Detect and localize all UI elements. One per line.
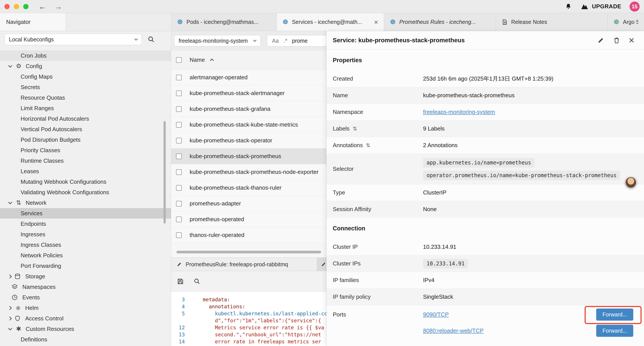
upgrade-logo-icon: [580, 3, 589, 10]
namespace-link[interactable]: freeleaps-monitoring-system: [423, 109, 495, 115]
row-checkbox[interactable]: [176, 90, 182, 96]
dock-tab-prometheusrule[interactable]: PrometheusRule: freeleaps-prod-rabbitmq: [171, 258, 317, 271]
forward-button[interactable]: Forward...: [596, 309, 633, 321]
row-checkbox[interactable]: [176, 122, 182, 128]
tab-services[interactable]: ☸ Services - icecheng@math... ×: [277, 13, 384, 31]
forward-arrow-icon[interactable]: →: [54, 3, 62, 10]
labels-count: 9 Labels: [423, 125, 444, 132]
table-row[interactable]: prometheus-operated: [171, 212, 326, 227]
row-checkbox[interactable]: [176, 169, 182, 175]
table-row[interactable]: alertmanager-operated: [171, 70, 326, 85]
sidebar-item-pod-disruption-budgets[interactable]: Pod Disruption Budgets: [0, 134, 171, 145]
row-checkbox[interactable]: [176, 185, 182, 191]
row-checkbox[interactable]: [176, 75, 182, 80]
sidebar-item-definitions[interactable]: Definitions: [0, 334, 171, 345]
name-column-header[interactable]: Name: [190, 56, 205, 63]
table-row[interactable]: prometheus-adapter: [171, 196, 326, 212]
row-checkbox[interactable]: [176, 153, 182, 159]
sidebar-item-helm[interactable]: ⎈ Helm: [0, 303, 171, 313]
sidebar-item-secrets[interactable]: Secrets: [0, 82, 171, 92]
table-row[interactable]: kube-prometheus-stack-alertmanager: [171, 85, 326, 101]
sidebar-item-runtime-classes[interactable]: Runtime Classes: [0, 155, 171, 166]
search-icon[interactable]: [148, 36, 155, 43]
tab-argo[interactable]: ☸ Argo Se: [608, 13, 644, 31]
sidebar-item-storage[interactable]: Storage: [0, 271, 171, 282]
sidebar-item-cron-jobs[interactable]: Cron Jobs: [0, 50, 171, 61]
select-all-checkbox[interactable]: [176, 57, 182, 63]
sidebar-item-ingress-classes[interactable]: Ingress Classes: [0, 240, 171, 250]
namespace-select[interactable]: freeleaps-monitoring-system: [174, 35, 260, 46]
window-close-button[interactable]: [4, 4, 10, 9]
chevron-right-icon[interactable]: [8, 306, 12, 310]
port-link-9090[interactable]: 9090/TCP: [423, 311, 449, 318]
trash-icon[interactable]: [613, 36, 620, 44]
sidebar-item-endpoints[interactable]: Endpoints: [0, 219, 171, 229]
sidebar-item-mutating-webhook-configurations[interactable]: Mutating Webhook Configurations: [0, 177, 171, 187]
sidebar-item-services[interactable]: Services: [0, 208, 171, 219]
sidebar-item-access-control[interactable]: Access Control: [0, 313, 171, 324]
row-checkbox[interactable]: [176, 217, 182, 222]
tab-prometheus-rules[interactable]: ☸ Prometheus Rules - icecheng...: [384, 13, 496, 31]
sidebar-item-validating-webhook-configurations[interactable]: Validating Webhook Configurations: [0, 187, 171, 198]
chevron-down-icon[interactable]: [8, 200, 12, 204]
sidebar-scrollbar[interactable]: [164, 121, 166, 224]
close-icon[interactable]: ×: [629, 35, 634, 45]
row-checkbox[interactable]: [176, 106, 182, 112]
dock-tab-partial[interactable]: [317, 258, 326, 271]
table-row[interactable]: thanos-ruler-operated: [171, 227, 326, 243]
upgrade-button[interactable]: UPGRADE: [580, 3, 621, 10]
avatar[interactable]: [625, 177, 636, 188]
sidebar-item-custom-resources[interactable]: ✱ Custom Resources: [0, 324, 171, 334]
sidebar-item-port-forwarding[interactable]: Port Forwarding: [0, 261, 171, 271]
match-case-toggle[interactable]: Aa: [272, 38, 279, 44]
yaml-editor[interactable]: 3metadata: 4 annotations: 5 kubectl.kube…: [171, 292, 326, 346]
row-checkbox[interactable]: [176, 201, 182, 207]
chevron-down-icon[interactable]: [8, 63, 12, 67]
row-checkbox[interactable]: [176, 232, 182, 238]
window-minimize-button[interactable]: [14, 4, 19, 9]
port-link-8080[interactable]: 8080:reloader-web/TCP: [423, 327, 484, 334]
kubeconfig-select[interactable]: Local Kubeconfigs: [4, 34, 142, 45]
sidebar-item-leases[interactable]: Leases: [0, 166, 171, 177]
tab-release-notes[interactable]: Release Notes: [496, 13, 608, 31]
forward-button[interactable]: Forward...: [596, 325, 633, 337]
row-checkbox[interactable]: [176, 138, 182, 143]
sidebar-item-horizontal-pod-autoscalers[interactable]: Horizontal Pod Autoscalers: [0, 113, 171, 124]
tab-pods[interactable]: ☸ Pods - icecheng@mathmas...: [171, 13, 277, 31]
sidebar-item-limit-ranges[interactable]: Limit Ranges: [0, 103, 171, 113]
table-row[interactable]: kube-prometheus-stack-prometheus-node-ex…: [171, 164, 326, 180]
table-row[interactable]: kube-prometheus-stack-thanos-ruler: [171, 180, 326, 196]
editor-toolbar: [171, 271, 326, 292]
save-icon[interactable]: [177, 278, 184, 285]
sidebar-item-network-policies[interactable]: Network Policies: [0, 250, 171, 261]
bell-icon[interactable]: [565, 3, 572, 10]
sidebar-item-namespaces[interactable]: Namespaces: [0, 282, 171, 292]
close-icon[interactable]: ×: [374, 19, 378, 26]
back-arrow-icon[interactable]: ←: [38, 3, 46, 10]
sidebar-item-resource-quotas[interactable]: Resource Quotas: [0, 92, 171, 103]
search-input[interactable]: Aa .* prome: [267, 35, 326, 46]
edit-icon[interactable]: [597, 36, 604, 44]
expand-toggle-icon[interactable]: ⇅: [366, 142, 370, 148]
chevron-down-icon[interactable]: [8, 326, 12, 330]
chevron-right-icon[interactable]: [8, 317, 12, 320]
notification-count-badge[interactable]: 15: [630, 1, 640, 11]
expand-toggle-icon[interactable]: ⇅: [353, 126, 357, 132]
table-row[interactable]: kube-prometheus-stack-operator: [171, 133, 326, 148]
regex-toggle[interactable]: .*: [284, 38, 287, 44]
window-maximize-button[interactable]: [23, 4, 28, 9]
table-row[interactable]: kube-prometheus-stack-grafana: [171, 101, 326, 117]
table-row-selected[interactable]: kube-prometheus-stack-prometheus: [171, 148, 326, 164]
horizontal-scrollbar[interactable]: [176, 251, 321, 253]
sidebar-item-vertical-pod-autoscalers[interactable]: Vertical Pod Autoscalers: [0, 124, 171, 134]
table-row[interactable]: kube-prometheus-stack-kube-state-metrics: [171, 117, 326, 133]
detail-row-ip-families: IP families IPv4: [326, 272, 644, 289]
sidebar-item-ingresses[interactable]: Ingresses: [0, 229, 171, 240]
sidebar-item-events[interactable]: Events: [0, 292, 171, 303]
sidebar-item-network[interactable]: ⇅ Network: [0, 198, 171, 208]
search-icon[interactable]: [194, 278, 200, 285]
sidebar-item-config[interactable]: ⚙ Config: [0, 61, 171, 71]
chevron-right-icon[interactable]: [8, 274, 12, 278]
sidebar-item-priority-classes[interactable]: Priority Classes: [0, 145, 171, 155]
sidebar-item-config-maps[interactable]: Config Maps: [0, 71, 171, 82]
